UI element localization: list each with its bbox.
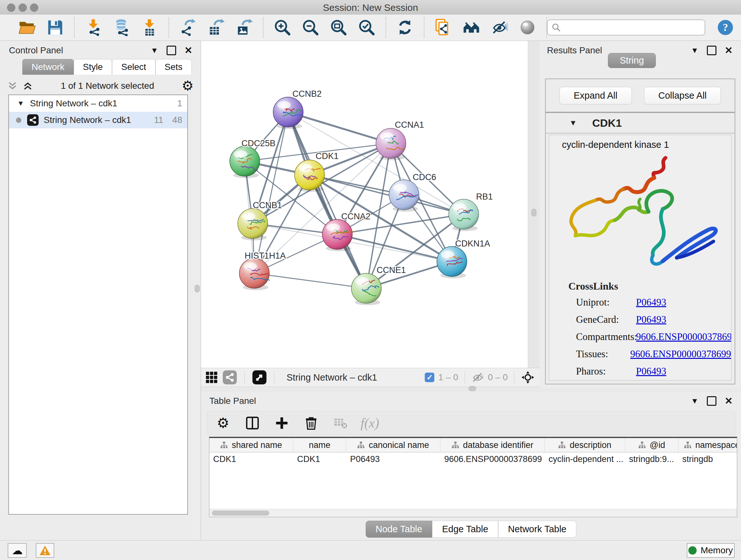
column-header-name[interactable]: name <box>293 438 346 452</box>
tab-select[interactable]: Select <box>112 59 155 75</box>
node-CCNE1[interactable] <box>351 273 381 305</box>
collection-expand-icon[interactable]: ▼ <box>17 99 24 108</box>
gene-header-row[interactable]: ▼ CDK1 <box>546 113 735 133</box>
memory-button[interactable]: Memory <box>687 543 735 558</box>
birdseye-toggle-icon[interactable] <box>253 370 266 384</box>
panel-menu-icon[interactable]: ▼ <box>151 46 158 55</box>
search-box[interactable] <box>547 19 705 36</box>
expand-all-networks-icon[interactable] <box>22 80 33 91</box>
string-view-icon[interactable] <box>223 370 237 384</box>
delete-column-icon[interactable] <box>304 415 319 431</box>
float-panel-icon[interactable] <box>707 46 717 55</box>
column-header-shared-name[interactable]: shared name <box>209 438 293 452</box>
tab-edge-table[interactable]: Edge Table <box>432 521 498 538</box>
table-cell[interactable]: stringdb <box>678 452 737 466</box>
column-header-description[interactable]: description <box>545 438 625 452</box>
node-CDC25B[interactable] <box>230 146 260 178</box>
table-cell[interactable]: P06493 <box>346 452 441 466</box>
node-CCNA1[interactable] <box>376 128 406 160</box>
table-cell[interactable]: CDK1 <box>293 452 346 466</box>
export-table-button[interactable] <box>207 18 225 37</box>
node-RB1[interactable] <box>449 199 479 231</box>
network-collection-row[interactable]: ▼ String Network – cdk1 1 <box>9 95 187 112</box>
float-panel-icon[interactable] <box>707 396 717 406</box>
help-button[interactable]: ? <box>716 18 735 37</box>
table-row[interactable]: CDK1CDK1P064939606.ENSP00000378699cyclin… <box>209 452 737 466</box>
birdseye-view-button[interactable] <box>518 18 537 37</box>
node-CDK1[interactable] <box>294 160 325 192</box>
fit-selected-crosshair-icon[interactable] <box>521 370 535 384</box>
column-header-namespace[interactable]: namespace <box>678 438 737 452</box>
table-cell[interactable]: stringdb:9... <box>625 452 678 466</box>
search-input[interactable] <box>561 22 701 33</box>
close-panel-icon[interactable]: ✕ <box>725 395 733 407</box>
save-session-button[interactable] <box>46 18 64 37</box>
warnings-button[interactable] <box>36 543 54 558</box>
crosslink-link[interactable]: 9606.ENSP00000378699 <box>630 347 731 361</box>
table-cell[interactable]: cyclin-dependent ... <box>545 452 625 466</box>
crosslink-link[interactable]: 9606.ENSP00000378699 <box>636 330 731 344</box>
hide-graphics-details-button[interactable] <box>490 18 509 37</box>
apply-layout-button[interactable] <box>396 18 414 37</box>
import-network-from-database-button[interactable] <box>112 18 131 37</box>
zoom-selected-button[interactable] <box>357 18 376 37</box>
selected-indicator-checkbox[interactable]: ✓ <box>425 373 434 382</box>
close-panel-icon[interactable]: ✕ <box>185 45 192 56</box>
tab-node-table[interactable]: Node Table <box>366 521 432 538</box>
network-canvas[interactable]: CCNB2CCNA1CDC25BCDK1CDC6RB1CCNB1CCNA2CDK… <box>201 41 528 368</box>
export-network-button[interactable] <box>179 18 197 37</box>
network-options-gear-icon[interactable]: ⚙ <box>182 79 194 92</box>
tab-network[interactable]: Network <box>22 59 74 75</box>
node-CDC6[interactable] <box>389 180 419 212</box>
export-image-button[interactable] <box>235 18 253 37</box>
table-cell[interactable]: CDK1 <box>209 452 293 466</box>
tab-network-table[interactable]: Network Table <box>498 521 576 538</box>
open-file-button[interactable] <box>18 18 37 37</box>
control-splitter-handle[interactable] <box>195 285 200 293</box>
import-table-from-file-button[interactable] <box>140 18 159 37</box>
network-row[interactable]: String Network – cdk1 11 48 <box>9 112 187 128</box>
float-panel-icon[interactable] <box>166 46 176 55</box>
zoom-in-button[interactable] <box>273 18 292 37</box>
column-header-database-identifier[interactable]: database identifier <box>441 438 545 452</box>
table-horizontal-scrollbar[interactable] <box>209 509 737 517</box>
create-column-icon[interactable] <box>274 415 289 431</box>
column-label: @id <box>650 440 665 450</box>
tab-sets[interactable]: Sets <box>155 59 192 75</box>
crosslink-link[interactable]: P06493 <box>636 295 666 309</box>
import-network-from-file-button[interactable] <box>84 18 103 37</box>
zoom-out-button[interactable] <box>301 18 320 37</box>
network-from-clipboard-button[interactable] <box>434 18 453 37</box>
splitter-handle[interactable] <box>531 209 536 216</box>
crosslink-link[interactable]: P06493 <box>636 313 666 327</box>
grid-mode-icon[interactable] <box>205 371 218 383</box>
toolbar-group-5 <box>386 17 424 38</box>
tab-style[interactable]: Style <box>74 59 112 75</box>
panel-menu-icon[interactable]: ▼ <box>691 396 698 406</box>
splitter-handle[interactable] <box>468 386 476 391</box>
column-header-canonical-name[interactable]: canonical name <box>346 438 441 452</box>
collapse-all-networks-icon[interactable] <box>7 80 18 91</box>
show-columns-icon[interactable] <box>245 415 260 431</box>
node-HIST1H1A[interactable] <box>239 258 270 290</box>
node-CDKN1A[interactable] <box>437 246 467 278</box>
results-panel-splitter[interactable] <box>528 41 540 368</box>
column-header--id[interactable]: @id <box>625 438 678 452</box>
node-CCNA2[interactable] <box>322 219 354 251</box>
node-CCNB1[interactable] <box>238 208 268 240</box>
gene-collapse-icon[interactable]: ▼ <box>569 118 577 127</box>
first-neighbors-button[interactable] <box>462 18 481 37</box>
cloud-button[interactable]: ☁ <box>8 543 27 558</box>
scrollbar-thumb[interactable] <box>212 510 269 516</box>
zoom-fit-button[interactable] <box>329 18 348 37</box>
panel-menu-icon[interactable]: ▼ <box>691 46 698 55</box>
expand-all-button[interactable]: Expand All <box>559 87 632 105</box>
crosslink-link[interactable]: P06493 <box>636 364 666 378</box>
close-panel-icon[interactable]: ✕ <box>725 45 733 56</box>
table-cell[interactable]: 9606.ENSP00000378699 <box>441 452 545 466</box>
collapse-all-button[interactable]: Collapse All <box>644 87 721 105</box>
table-options-gear-icon[interactable]: ⚙ <box>215 415 231 431</box>
node-count: 11 <box>154 115 163 125</box>
node-table[interactable]: shared namenamecanonical namedatabase id… <box>209 437 737 517</box>
tab-string[interactable]: String <box>608 53 656 68</box>
